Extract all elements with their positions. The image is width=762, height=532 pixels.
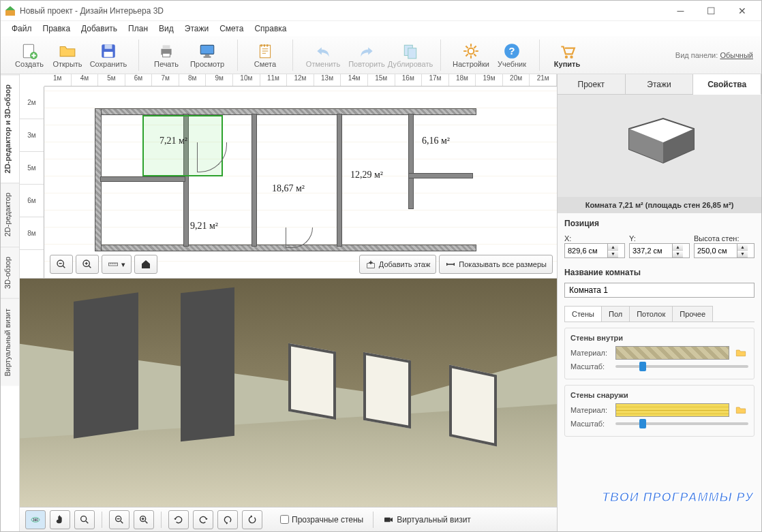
tab-2d-3d[interactable]: 2D-редактор и 3D-обзор [1, 74, 19, 183]
pan-button[interactable] [50, 510, 70, 529]
menu-edit[interactable]: Правка [37, 22, 76, 35]
show-dims-button[interactable]: Показывать все размеры [439, 255, 553, 274]
open-button[interactable]: Открыть [48, 39, 87, 72]
tab-2d[interactable]: 2D-редактор [1, 183, 19, 246]
room-name-input[interactable] [564, 283, 755, 298]
duplicate-button[interactable]: Дублировать [388, 39, 432, 72]
scale-outer-slider[interactable] [615, 422, 748, 425]
window-title: Новый проект - Дизайн Интерьера 3D [20, 6, 665, 16]
plan-2d-canvas[interactable]: 1м4м5м6м7м8м9м10м11м12м13м14м15м16м17м18… [20, 74, 557, 279]
camera-icon [383, 514, 394, 525]
zoom-button[interactable] [74, 510, 95, 529]
subtab-ceiling[interactable]: Потолок [629, 306, 673, 322]
svg-rect-12 [204, 56, 211, 57]
save-button[interactable]: Сохранить [87, 39, 130, 72]
browse-material-inner[interactable] [733, 346, 748, 360]
subtab-walls[interactable]: Стены [564, 306, 602, 322]
room-3d-preview [558, 95, 761, 197]
view-3d-canvas[interactable] [20, 279, 557, 507]
redo-icon [358, 42, 376, 60]
rotate-ccw-icon [173, 514, 184, 525]
menu-view[interactable]: Вид [153, 22, 179, 35]
menu-add[interactable]: Добавить [76, 22, 123, 35]
position-y-input[interactable]: ▲▼ [629, 243, 690, 258]
properties-panel: Проект Этажи Свойства Комната 7,21 м² (п… [557, 74, 761, 531]
panel-mode-link[interactable]: Обычный [720, 51, 753, 59]
duplicate-icon [401, 42, 419, 60]
subtab-floor[interactable]: Пол [601, 306, 630, 322]
new-button[interactable]: Создать [10, 39, 48, 72]
orbit-icon: 360 [30, 514, 41, 525]
undo-icon [314, 42, 332, 60]
menu-file[interactable]: Файл [6, 22, 37, 35]
tab-properties[interactable]: Свойства [693, 74, 761, 95]
rotate-cw-button[interactable] [193, 510, 213, 529]
material-inner-swatch[interactable] [615, 346, 729, 360]
estimate-button[interactable]: Смета [246, 39, 284, 72]
zoom-out-3d[interactable] [109, 510, 129, 529]
svg-rect-10 [200, 45, 214, 54]
help-icon: ? [503, 42, 521, 60]
orbit-button[interactable]: 360 [25, 510, 46, 529]
transparent-walls-checkbox[interactable]: Прозрачные стены [280, 515, 363, 525]
menu-estimate[interactable]: Смета [214, 22, 249, 35]
subtab-other[interactable]: Прочее [672, 306, 713, 322]
rotate-cw-icon [198, 514, 209, 525]
browse-material-outer[interactable] [733, 403, 748, 417]
svg-rect-13 [260, 45, 270, 57]
panel-mode: Вид панели: Обычный [673, 48, 756, 62]
dimensions-icon [445, 259, 456, 270]
zoom-in-button[interactable] [76, 255, 99, 274]
main-toolbar: Создать Открыть Сохранить Печать Просмот… [1, 36, 761, 74]
settings-button[interactable]: Настройки [449, 39, 493, 72]
titlebar: Новый проект - Дизайн Интерьера 3D ─ ☐ ✕ [1, 1, 761, 21]
close-button[interactable]: ✕ [727, 1, 757, 20]
measure-button[interactable]: ▾ [102, 255, 132, 274]
tutorial-button[interactable]: ?Учебник [493, 39, 531, 72]
zoom-out-button[interactable] [50, 255, 73, 274]
maximize-button[interactable]: ☐ [696, 1, 727, 20]
virtual-visit-button[interactable]: Виртуальный визит [383, 514, 471, 525]
preview-button[interactable]: Просмотр [185, 39, 229, 72]
tab-3d[interactable]: 3D-обзор [1, 247, 19, 298]
tilt-down-button[interactable] [242, 510, 262, 529]
menu-help[interactable]: Справка [249, 22, 292, 35]
menu-plan[interactable]: План [123, 22, 153, 35]
buy-button[interactable]: Купить [548, 39, 586, 72]
room-area-4: 12,29 м² [350, 170, 383, 181]
redo-button[interactable]: Повторить [345, 39, 388, 72]
rotate-ccw-button[interactable] [168, 510, 189, 529]
svg-rect-30 [384, 517, 391, 522]
floor-plan[interactable]: 7,21 м² 6,16 м² 18,67 м² 12,29 м² 9,21 м… [95, 95, 476, 251]
tab-virtual[interactable]: Виртуальный визит [1, 298, 19, 386]
ruler-icon [108, 259, 119, 270]
svg-rect-15 [408, 48, 416, 58]
room-area-3: 18,67 м² [272, 183, 305, 194]
add-floor-button[interactable]: Добавить этаж [359, 255, 436, 274]
minimize-button[interactable]: ─ [665, 1, 696, 20]
zoom-in-3d[interactable] [134, 510, 154, 529]
svg-marker-1 [5, 6, 15, 10]
tilt-up-icon [222, 514, 233, 525]
material-outer-swatch[interactable] [615, 403, 729, 417]
tab-floors[interactable]: Этажи [626, 74, 694, 94]
add-floor-icon [365, 259, 376, 270]
home-icon [140, 259, 151, 270]
svg-point-16 [468, 48, 474, 54]
print-button[interactable]: Печать [147, 39, 185, 72]
menu-floors[interactable]: Этажи [179, 22, 214, 35]
tab-project[interactable]: Проект [558, 74, 626, 94]
save-icon [100, 42, 117, 60]
left-view-tabs: 2D-редактор и 3D-обзор 2D-редактор 3D-об… [1, 74, 20, 531]
position-x-input[interactable]: ▲▼ [564, 243, 625, 258]
folder-icon [735, 347, 747, 358]
undo-button[interactable]: Отменить [301, 39, 345, 72]
walls-inside-group: Стены внутри Материал: Масштаб: [564, 328, 755, 379]
bottom-toolbar: 360 Прозрачные стены Виртуальный визит [20, 507, 557, 531]
ruler-horizontal: 1м4м5м6м7м8м9м10м11м12м13м14м15м16м17м18… [44, 74, 557, 87]
new-icon [20, 42, 38, 60]
home-button[interactable] [134, 255, 157, 274]
scale-inner-slider[interactable] [615, 365, 748, 368]
tilt-up-button[interactable] [217, 510, 238, 529]
wall-height-input[interactable]: ▲▼ [694, 243, 755, 258]
